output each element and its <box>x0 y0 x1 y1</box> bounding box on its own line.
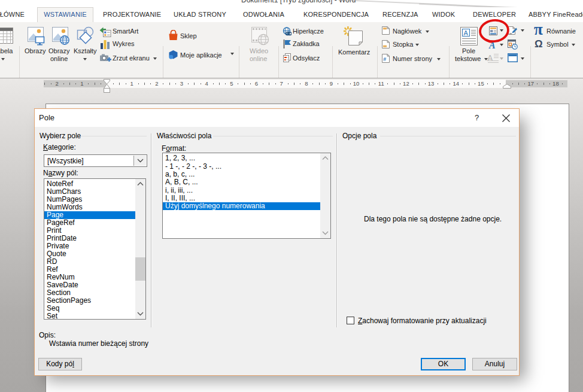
svg-text:A: A <box>464 29 469 37</box>
svg-text:#: # <box>383 56 386 62</box>
svg-text:A: A <box>487 53 493 63</box>
